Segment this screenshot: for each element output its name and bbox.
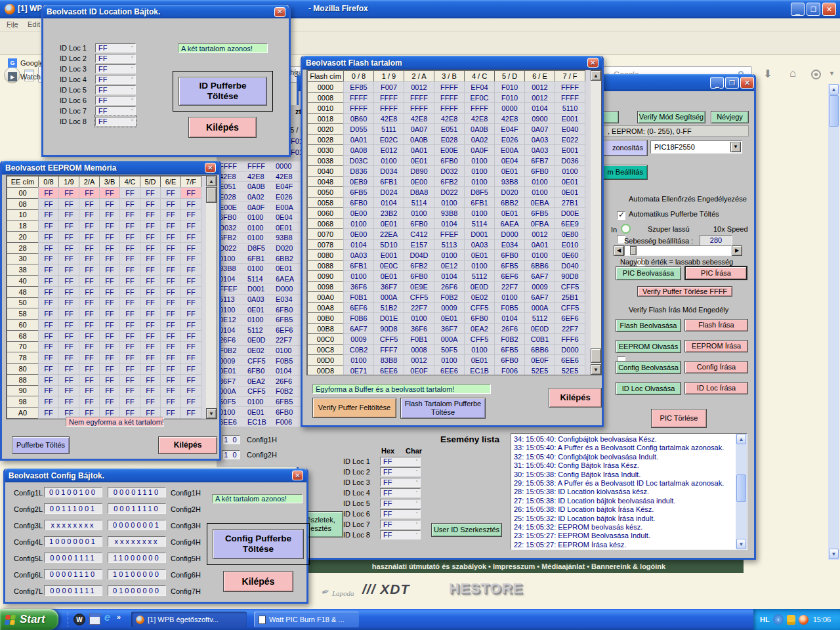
menu-caret-icon[interactable]: ▼ <box>829 70 835 77</box>
device-select[interactable]: PIC18F2550 ▼ <box>650 140 742 154</box>
slider-left-arrow[interactable]: ◀ <box>614 245 624 256</box>
verify-buffer-clear-button[interactable]: Verify Puffer Törlése FFFF <box>637 286 732 297</box>
id-loc-field[interactable]: FF' <box>95 106 136 116</box>
quick-launch-overflow-icon[interactable]: » <box>117 613 121 621</box>
auto-verify-checkbox[interactable] <box>617 211 625 220</box>
scroll-up-icon[interactable]: ▲ <box>829 84 839 94</box>
app-id-loc-field[interactable]: FF' <box>380 488 421 497</box>
menu-edit[interactable]: Edit <box>28 20 40 28</box>
config-value-high[interactable]: 01000000 <box>108 585 166 596</box>
idloc-titlebar[interactable]: Beolvasott ID Location Bájtok. ✕ <box>43 5 289 18</box>
app-id-loc-field[interactable]: FF' <box>380 467 421 476</box>
slider-thumb[interactable] <box>630 246 637 255</box>
chevron-down-icon[interactable]: ▼ <box>730 142 741 152</box>
config-value-high[interactable]: 00011110 <box>108 503 166 514</box>
id-loc-field[interactable]: FF' <box>95 85 136 94</box>
verify-buffer-load-button[interactable]: Verify Puffer Feltöltése <box>312 398 396 418</box>
close-icon[interactable]: ✕ <box>205 163 216 173</box>
menu-file[interactable]: File <box>7 20 18 28</box>
pic-write-button[interactable]: PIC Írása <box>684 266 747 280</box>
page-footer-links[interactable]: használati útmutató és szabályok • Impre… <box>294 560 744 573</box>
flash-titlebar[interactable]: Beolvasott Flash tartalom ✕ <box>303 56 602 70</box>
config-value-high[interactable]: 00001110 <box>108 487 166 497</box>
config-value-low[interactable]: 00100100 <box>44 487 102 497</box>
verify-help-button[interactable]: Verify Mód Segítség <box>637 111 705 123</box>
profile-icon[interactable] <box>811 70 821 79</box>
user-id-edit-button[interactable]: User ID Szerkesztés <box>431 523 502 537</box>
scroll-down-icon[interactable]: ▼ <box>829 549 839 559</box>
maximize-button[interactable]: ❐ <box>807 3 820 16</box>
close-icon[interactable]: ✕ <box>274 7 285 17</box>
buffer-load-button[interactable]: Pufferbe Töltés <box>12 436 70 454</box>
app-id-loc-field[interactable]: FF' <box>380 509 421 518</box>
close-icon[interactable]: ✕ <box>292 471 303 480</box>
id-loc-field[interactable]: FF' <box>95 54 136 63</box>
page-scrollbar[interactable]: ▲ ▼ <box>828 84 839 560</box>
id-loc-field[interactable]: FF' <box>95 64 136 74</box>
config-write-button[interactable]: Config Írása <box>684 361 748 373</box>
quick-launch-ie-icon[interactable]: e <box>104 612 110 623</box>
pic-erase-button[interactable]: PIC Törlése <box>651 409 707 428</box>
flash-to-buffer-button[interactable]: Flash Tartalom Pufferbe Töltése <box>400 398 486 419</box>
quick-launch-icon-2[interactable] <box>89 614 100 625</box>
config-value-high[interactable]: xxxxxxxx <box>108 536 166 547</box>
taskbar-task-wpb[interactable]: Watt PIC Burn F18 & ... <box>254 612 359 627</box>
scroll-up-icon[interactable]: ▲ <box>591 70 601 81</box>
config-value-low[interactable]: 00001111 <box>44 585 102 596</box>
home-icon[interactable]: ⌂ <box>789 67 796 80</box>
flash-read-button[interactable]: Flash Beolvasása <box>616 319 681 332</box>
idloc-write-button[interactable]: ID Loc Írása <box>684 382 748 394</box>
app-id-loc-field[interactable]: FF' <box>380 530 421 539</box>
scroll-up-icon[interactable]: ▲ <box>206 176 217 186</box>
scroll-up-icon[interactable]: ▲ <box>736 434 746 444</box>
minimize-button[interactable]: ▁ <box>791 3 805 16</box>
app-id-loc-field[interactable]: FF' <box>380 478 421 487</box>
id-loc-field[interactable]: FF' <box>95 117 136 126</box>
config-to-buffer-button[interactable]: Config Pufferbe Töltése <box>213 529 304 559</box>
minimize-button[interactable]: ▁ <box>710 77 724 89</box>
quick-launch-icon-1[interactable]: W <box>74 614 85 625</box>
exit-button[interactable]: Kilépés <box>158 436 217 454</box>
config-value-low[interactable]: 00111001 <box>44 503 102 514</box>
config-read-button[interactable]: Config Beolvasása <box>616 361 681 374</box>
language-indicator[interactable]: HL <box>760 616 770 623</box>
maximize-button[interactable]: ❐ <box>725 77 739 89</box>
close-icon[interactable]: ✕ <box>740 77 754 89</box>
app-id-loc-field[interactable]: FF' <box>380 520 421 529</box>
app-id-loc-field[interactable]: FF' <box>380 499 421 508</box>
speed-value-field[interactable]: 280 <box>700 235 732 245</box>
close-icon[interactable]: ✕ <box>822 3 836 16</box>
scrollbar-thumb[interactable] <box>736 474 746 502</box>
config-value-high[interactable]: 11000000 <box>108 553 166 563</box>
app-id-loc-field[interactable]: FF' <box>380 457 421 466</box>
idloc-read-button[interactable]: ID Loc Olvasása <box>616 382 681 395</box>
eeprom-titlebar[interactable]: Beolvasott EEPROM Memória ✕ <box>2 161 219 175</box>
config-value-low[interactable]: xxxxxxxx <box>44 520 102 530</box>
config-titlebar[interactable]: Beolvasott Config Bájtok. ✕ <box>5 469 306 482</box>
scroll-down-icon[interactable]: ▼ <box>736 539 746 549</box>
config-value-low[interactable]: 10000001 <box>44 536 102 547</box>
eeprom-write-button[interactable]: EEPROM Írása <box>684 340 748 352</box>
id-loc-field[interactable]: FF' <box>95 96 136 105</box>
speed-slider[interactable] <box>624 245 732 256</box>
config-value-high[interactable]: 10100000 <box>108 569 166 579</box>
scrollbar-thumb[interactable] <box>591 348 601 363</box>
scrollbar-thumb[interactable] <box>829 95 839 127</box>
flash-scrollbar[interactable]: ▲ ▼ <box>591 70 601 375</box>
eeprom-read-button[interactable]: EEPROM Olvasás <box>616 340 681 353</box>
scrollbar-thumb[interactable] <box>206 187 217 203</box>
slider-right-arrow[interactable]: ▶ <box>732 245 742 256</box>
id-to-buffer-button[interactable]: ID Pufferbe Töltése <box>178 77 267 106</box>
flash-write-button[interactable]: Flash Írása <box>684 319 748 331</box>
id-loc-field[interactable]: FF' <box>95 43 136 52</box>
close-icon[interactable]: ✕ <box>587 58 598 68</box>
scroll-down-icon[interactable]: ▼ <box>206 408 217 419</box>
id-loc-field[interactable]: FF' <box>95 75 136 84</box>
event-list-scrollbar[interactable]: ▲ ▼ <box>736 434 747 549</box>
config-value-low[interactable]: 00001111 <box>44 553 102 563</box>
tray-app-icon[interactable] <box>799 615 808 625</box>
exit-button[interactable]: Kilépés <box>188 117 257 138</box>
config-value-high[interactable]: 00000001 <box>108 520 166 530</box>
exit-button[interactable]: Kilépés <box>223 571 293 592</box>
exit-button[interactable]: Kilépés <box>549 388 602 408</box>
